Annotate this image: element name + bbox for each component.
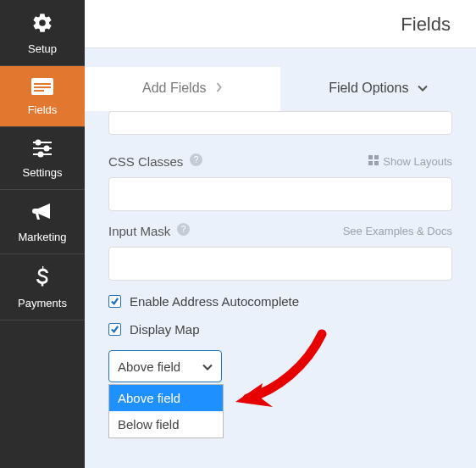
sidebar-label: Marketing [18,231,66,243]
autocomplete-checkbox-row[interactable]: Enable Address Autocomplete [108,294,452,309]
sidebar: Setup Fields Settings Marketing Payments [0,0,85,468]
dollar-icon [36,266,49,292]
display-map-checkbox-row[interactable]: Display Map [108,322,452,337]
svg-rect-13 [374,155,379,159]
app-root: Setup Fields Settings Marketing Payments [0,0,476,468]
sliders-icon [31,139,53,161]
field-label-text: CSS Classes [108,154,183,169]
input-mask-input[interactable] [108,247,452,281]
sidebar-item-settings[interactable]: Settings [0,127,85,190]
sidebar-item-fields[interactable]: Fields [0,66,85,127]
megaphone-icon [31,202,53,226]
hint-text: Show Layouts [383,155,452,168]
checkbox-checked-icon [108,323,121,336]
svg-rect-15 [374,161,379,165]
svg-rect-2 [34,86,51,88]
gear-icon [31,12,53,37]
help-icon[interactable]: ? [177,223,190,238]
svg-text:?: ? [194,155,199,164]
svg-point-5 [36,141,41,145]
checkbox-checked-icon [108,295,121,308]
svg-rect-3 [34,90,44,92]
select-button[interactable]: Above field [108,350,222,382]
sidebar-item-marketing[interactable]: Marketing [0,190,85,254]
input-mask-field: Input Mask ? See Examples & Docs [108,223,452,281]
hint-text: See Examples & Docs [343,225,452,237]
page-title: Fields [85,0,476,48]
sidebar-label: Setup [28,42,57,55]
svg-point-9 [39,153,43,157]
select-value: Above field [118,359,180,374]
examples-docs-link[interactable]: See Examples & Docs [343,225,452,237]
tab-label: Field Options [329,81,408,95]
prev-field-stub [108,111,452,135]
checkbox-label: Display Map [130,322,200,337]
select-option-above[interactable]: Above field [109,385,223,411]
chevron-right-icon [215,81,223,95]
chevron-down-icon [202,359,213,374]
help-icon[interactable]: ? [190,153,202,169]
svg-rect-1 [34,83,51,85]
sidebar-item-payments[interactable]: Payments [0,254,85,320]
grid-icon [368,155,379,168]
sidebar-label: Settings [23,166,63,179]
fields-icon [31,78,53,98]
svg-text:?: ? [181,225,186,234]
svg-rect-12 [368,155,373,159]
chevron-down-icon [418,81,428,95]
sidebar-item-setup[interactable]: Setup [0,0,85,66]
svg-point-7 [45,147,49,151]
select-dropdown: Above field Below field [108,384,224,438]
svg-rect-14 [368,161,373,165]
show-layouts-link[interactable]: Show Layouts [368,155,452,168]
content: CSS Classes ? Show Layouts [85,111,476,406]
css-classes-field: CSS Classes ? Show Layouts [108,153,452,211]
field-label-text: Input Mask [108,224,170,238]
css-classes-input[interactable] [108,177,452,211]
tab-label: Add Fields [142,81,207,95]
tab-add-fields[interactable]: Add Fields [85,67,280,111]
checkbox-label: Enable Address Autocomplete [130,294,299,309]
main-panel: Fields Add Fields Field Options CS [85,0,476,468]
map-position-select[interactable]: Above field Above field Below field [108,350,222,382]
select-option-below[interactable]: Below field [109,411,223,437]
tab-field-options[interactable]: Field Options [280,67,476,111]
sidebar-label: Payments [18,297,67,309]
sidebar-label: Fields [28,103,58,116]
tabs: Add Fields Field Options [85,67,476,111]
